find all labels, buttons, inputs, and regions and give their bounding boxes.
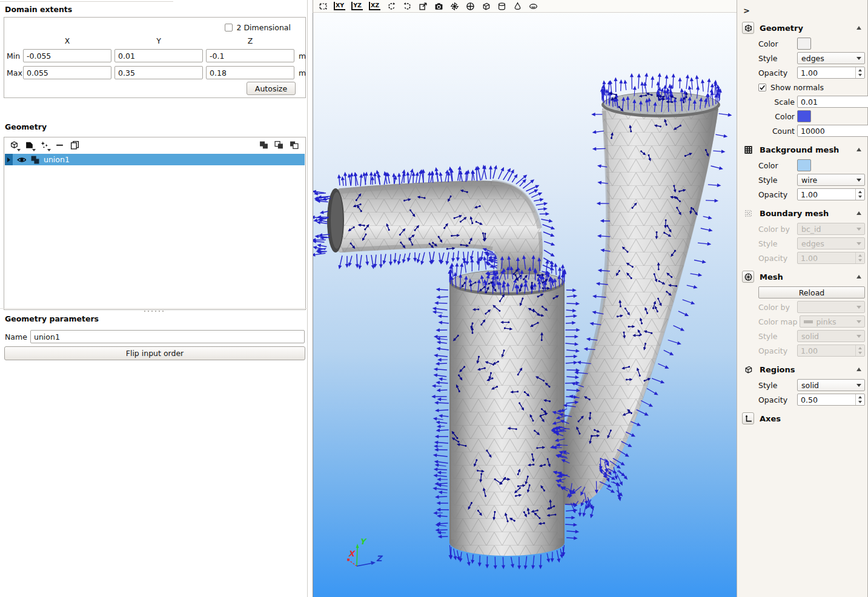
cylinder-button[interactable] <box>497 1 506 11</box>
panel-splitter-handle[interactable] <box>0 308 308 313</box>
two-dimensional-checkbox[interactable]: 2 Dimensional <box>225 23 291 32</box>
two-dimensional-label: 2 Dimensional <box>236 23 291 32</box>
show-normals-checkbox[interactable]: Show normals <box>758 81 865 93</box>
mesh-opacity-label: Opacity <box>758 346 797 355</box>
collapse-arrow-icon[interactable] <box>856 26 861 30</box>
domain-max-x-input[interactable] <box>23 66 111 79</box>
regions-title: Regions <box>760 365 851 374</box>
boundary-colorby-label: Color by <box>758 225 797 234</box>
regions-style-dropdown[interactable]: solid <box>797 379 865 391</box>
normals-count-input[interactable] <box>797 125 868 137</box>
axes-section-icon[interactable] <box>742 412 754 424</box>
scene-3d-view[interactable]: Y X Z <box>313 13 737 597</box>
view-xz-button[interactable]: XZ <box>369 2 380 10</box>
export-scene-button[interactable] <box>418 1 428 11</box>
copy-geometry-icon[interactable] <box>70 140 80 150</box>
geometry-list-group: union1 <box>4 137 306 310</box>
min-unit-label: m <box>299 51 306 61</box>
rotate-cw-button[interactable] <box>402 1 412 11</box>
geometry-section-icon[interactable] <box>742 22 754 34</box>
background-mesh-section-icon[interactable] <box>742 143 754 156</box>
regions-section-icon[interactable] <box>742 363 754 375</box>
boundary-opacity-label: Opacity <box>758 254 797 263</box>
chevron-down-icon <box>856 57 861 60</box>
normals-scale-input[interactable] <box>797 96 868 108</box>
regions-opacity-spinbox[interactable] <box>797 394 865 406</box>
domain-max-z-input[interactable] <box>206 66 294 79</box>
cone-button[interactable] <box>512 1 522 11</box>
view-yz-button[interactable]: YZ <box>351 2 363 10</box>
bgmesh-style-dropdown[interactable]: wire <box>797 174 865 186</box>
difference-op-icon[interactable] <box>289 140 299 150</box>
viewport-toolbar: XYYZXZ <box>313 0 737 13</box>
background-mesh-section: Background mesh Color Style wire Opacity <box>737 142 867 200</box>
cube-button[interactable] <box>481 1 491 11</box>
view-xy-button[interactable]: XY <box>334 2 345 10</box>
colormap-chip-icon <box>804 320 813 323</box>
domain-max-y-input[interactable] <box>114 66 203 79</box>
autosize-button[interactable]: Autosize <box>247 82 296 95</box>
geometry-section-title: Geometry <box>760 24 851 33</box>
geometry-style-label: Style <box>758 54 797 63</box>
regions-opacity-label: Opacity <box>758 395 797 404</box>
normals-color-label: Color <box>758 112 797 121</box>
mesh-colormap-dropdown: pinks <box>800 315 865 328</box>
flip-input-order-button[interactable]: Flip input order <box>4 346 305 360</box>
import-geometry-icon[interactable] <box>24 140 35 150</box>
boundary-mesh-section-icon[interactable] <box>742 207 754 219</box>
min-row-label: Min <box>7 51 20 61</box>
boundary-style-dropdown: edges <box>797 237 865 249</box>
column-header-z: Z <box>206 36 294 45</box>
normals-color-swatch[interactable] <box>797 110 811 122</box>
union-type-icon <box>30 155 39 164</box>
spinner-buttons[interactable] <box>855 67 864 78</box>
domain-min-z-input[interactable] <box>206 49 294 62</box>
remove-geometry-icon[interactable] <box>55 140 65 150</box>
sphere-button[interactable] <box>465 1 475 11</box>
intersect-op-icon[interactable] <box>274 140 284 150</box>
auto-geometry-icon[interactable] <box>39 140 50 150</box>
add-geometry-icon[interactable] <box>9 140 19 150</box>
geometry-color-swatch[interactable] <box>797 38 811 50</box>
bgmesh-style-label: Style <box>758 176 797 185</box>
collapse-arrow-icon[interactable] <box>856 211 861 215</box>
geometry-opacity-spinbox[interactable] <box>797 67 865 79</box>
mesh-section: Mesh Reload Color by Color map pinks Sty… <box>737 269 867 357</box>
visibility-eye-icon[interactable] <box>17 155 26 164</box>
boundary-style-label: Style <box>758 239 797 248</box>
mesh-colormap-label: Color map <box>758 317 800 326</box>
expander-icon[interactable] <box>5 154 13 165</box>
geometry-list-item-union1[interactable]: union1 <box>5 154 305 165</box>
collapse-arrow-icon[interactable] <box>856 368 861 371</box>
boundary-opacity-spinbox <box>797 252 865 264</box>
rotate-ccw-button[interactable] <box>386 1 396 11</box>
name-input[interactable] <box>30 330 305 343</box>
pinwheel-button[interactable] <box>449 1 459 11</box>
collapse-arrow-icon[interactable] <box>856 275 861 279</box>
domain-min-y-input[interactable] <box>114 49 203 62</box>
mesh-style-label: Style <box>758 332 797 341</box>
boundary-mesh-title: Boundary mesh <box>760 209 851 218</box>
regions-style-label: Style <box>758 381 797 390</box>
torus-button[interactable] <box>528 1 538 11</box>
settings-panel: Domain extents 2 Dimensional X Y Z Min m… <box>0 0 308 597</box>
fit-view-button[interactable] <box>318 1 328 11</box>
display-panel: > Geometry Color Style edges Opacity <box>737 0 868 597</box>
mesh-style-dropdown: solid <box>797 330 865 342</box>
screenshot-button[interactable] <box>434 1 443 11</box>
geometry-opacity-label: Opacity <box>758 68 797 78</box>
max-unit-label: m <box>299 68 306 78</box>
viewport[interactable]: XYYZXZ Y X Z <box>313 0 737 597</box>
mesh-section-icon[interactable] <box>742 271 754 283</box>
union-op-icon[interactable] <box>259 140 269 150</box>
geometry-style-dropdown[interactable]: edges <box>797 52 865 64</box>
collapse-panel-button[interactable]: > <box>743 6 753 15</box>
bgmesh-opacity-spinbox[interactable] <box>797 188 865 200</box>
collapse-arrow-icon[interactable] <box>856 148 861 151</box>
domain-min-x-input[interactable] <box>23 49 111 62</box>
bgmesh-color-swatch[interactable] <box>797 159 811 171</box>
tab-bar-remnant <box>0 0 173 2</box>
checkbox-box[interactable] <box>225 24 233 31</box>
reload-button[interactable]: Reload <box>758 286 865 298</box>
mesh-colorby-dropdown <box>797 301 865 313</box>
